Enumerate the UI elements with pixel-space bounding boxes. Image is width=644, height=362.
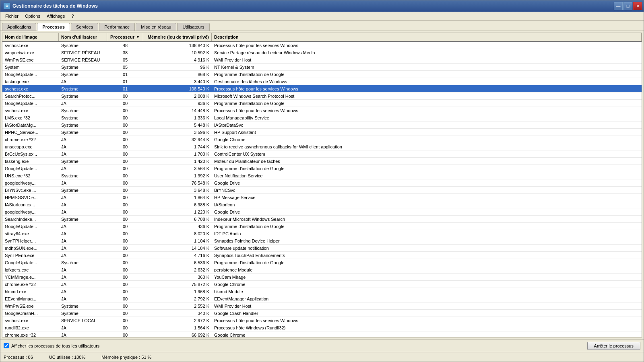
col-header-cpu[interactable]: Processeur ▼ [107, 33, 143, 41]
minimize-button[interactable]: — [614, 2, 623, 10]
menu-affichage[interactable]: Affichage [43, 13, 68, 19]
cell-name: svchost.exe [2, 85, 59, 92]
table-row[interactable]: UNS.exe *32 Système 00 1 992 K User Noti… [2, 172, 642, 179]
table-row[interactable]: GoogleUpdate... Système 00 6 536 K Progr… [2, 259, 642, 266]
table-row[interactable]: taskeng.exe Système 00 1 420 K Moteur du… [2, 158, 642, 165]
cell-desc: Google Chrome [212, 331, 642, 337]
table-row[interactable]: WmPrvSE.exe SERVICE RÉSEAU 05 4 916 K WM… [2, 56, 642, 64]
cell-cpu: 00 [107, 324, 143, 331]
table-row[interactable]: rundll32.exe JA 00 1 564 K Processus hôt… [2, 324, 642, 331]
table-body[interactable]: svchost.exe Système 48 138 840 K Process… [2, 42, 642, 337]
cell-cpu: 00 [107, 230, 143, 237]
table-row[interactable]: wmpnetwk.exe SERVICE RÉSEAU 38 10 592 K … [2, 49, 642, 56]
bottom-bar: Afficher les processus de tous les utili… [0, 339, 644, 352]
table-row[interactable]: IAStorIcon.ex... JA 00 6 988 K IAStorIco… [2, 201, 642, 208]
tab-applications[interactable]: Applications [2, 23, 36, 31]
table-row[interactable]: SynTPEnh.exe JA 00 4 716 K Synaptics Tou… [2, 252, 642, 259]
tab-processus[interactable]: Processus [37, 23, 70, 31]
table-row[interactable]: googledrivesy... JA 00 76 548 K Google D… [2, 179, 642, 187]
table-row[interactable]: IAStorDataMg... Système 00 5 448 K IASto… [2, 121, 642, 129]
cell-name: SynTPHelper.... [2, 237, 59, 244]
cell-name: googledrivesy... [2, 208, 59, 215]
tab-services[interactable]: Services [71, 23, 98, 31]
cell-desc: Software update notification [212, 245, 642, 251]
table-row[interactable]: chrome.exe *32 JA 00 66 692 K Google Chr… [2, 331, 642, 337]
table-row[interactable]: mdhpSUN.exe... JA 00 14 184 K Software u… [2, 245, 642, 252]
table-row[interactable]: YCMMirage.e... JA 00 360 K YouCam Mirage [2, 274, 642, 281]
table-row[interactable]: LMS.exe *32 Système 00 1 336 K Local Man… [2, 114, 642, 121]
table-row[interactable]: googledrivesy... JA 00 1 220 K Google Dr… [2, 208, 642, 216]
cell-mem: 1 336 K [143, 114, 212, 121]
cell-name: GoogleUpdate... [2, 100, 59, 107]
cell-user: JA [59, 78, 107, 85]
status-processes: Processus : 86 [4, 355, 33, 360]
window-title: Gestionnaire des tâches de Windows [12, 3, 98, 9]
table-row[interactable]: BrYNSvc.exe ... Système 00 3 648 K BrYNC… [2, 187, 642, 194]
cell-user: Système [59, 121, 107, 128]
menu-fichier[interactable]: Fichier [2, 13, 22, 19]
cell-name: GoogleCrashH... [2, 310, 59, 317]
cell-desc: Microsoft Windows Search Protocol Host [212, 93, 642, 99]
table-row[interactable]: SearchIndexe... Système 00 6 708 K Index… [2, 216, 642, 223]
table-scroll-wrapper: svchost.exe Système 48 138 840 K Process… [2, 42, 642, 337]
cell-user: Système [59, 71, 107, 78]
end-process-button[interactable]: Arrêter le processus [587, 342, 640, 350]
table-row[interactable]: GoogleCrashH... Système 00 340 K Google … [2, 310, 642, 317]
cell-mem: 1 992 K [143, 172, 212, 179]
menu-help[interactable]: ? [68, 13, 77, 19]
col-header-mem[interactable]: Mémoire (jeu de travail privé) [143, 33, 212, 41]
table-row[interactable]: HPHC_Service... Système 00 3 596 K HP Su… [2, 129, 642, 136]
tab-performance[interactable]: Performance [99, 23, 135, 31]
cell-desc: EEventManager Application [212, 295, 642, 302]
cell-mem: 8 020 K [143, 230, 212, 237]
col-header-name[interactable]: Nom de l'Image [2, 33, 59, 41]
cell-user: JA [59, 281, 107, 288]
status-cpu: UC utilisée : 100% [49, 355, 86, 360]
table-row[interactable]: BrCcUxSys.ex... JA 00 1 700 K ControlCen… [2, 150, 642, 158]
table-row[interactable]: EEventManag... JA 00 2 792 K EEventManag… [2, 295, 642, 302]
table-header: Nom de l'Image Nom d'utilisateur Process… [2, 33, 642, 42]
table-row[interactable]: HPMSGSVC.e... JA 00 1 864 K HP Message S… [2, 194, 642, 201]
table-row[interactable]: chrome.exe *32 JA 00 75 872 K Google Chr… [2, 281, 642, 288]
table-row[interactable]: System Système 05 96 K NT Kernel & Syste… [2, 64, 642, 71]
title-bar: ⚙ Gestionnaire des tâches de Windows — □… [0, 0, 644, 12]
cell-cpu: 00 [107, 252, 143, 259]
col-header-user[interactable]: Nom d'utilisateur [59, 33, 107, 41]
table-row[interactable]: GoogleUpdate... Système 01 868 K Program… [2, 71, 642, 78]
table-row[interactable]: igfxpers.exe JA 00 2 632 K persistence M… [2, 266, 642, 274]
table-row[interactable]: GoogleUpdate... JA 00 3 564 K Programme … [2, 165, 642, 172]
col-header-desc[interactable]: Description [212, 33, 642, 41]
tab-reseau[interactable]: Mise en réseau [136, 23, 176, 31]
table-row[interactable]: unsecapp.exe JA 00 1 744 K Sink to recei… [2, 143, 642, 150]
cell-user: Système [59, 302, 107, 309]
table-row[interactable]: sttray64.exe JA 00 8 020 K IDT PC Audio [2, 230, 642, 237]
table-row[interactable]: WmPrvSE.exe Système 00 2 552 K WMI Provi… [2, 302, 642, 310]
maximize-button[interactable]: □ [623, 2, 632, 10]
cell-mem: 4 916 K [143, 56, 212, 63]
cell-user: JA [59, 252, 107, 259]
table-row[interactable]: SynTPHelper.... JA 00 1 104 K Synaptics … [2, 237, 642, 245]
tab-utilisateurs[interactable]: Utilisateurs [177, 23, 209, 31]
table-row[interactable]: svchost.exe Système 00 14 448 K Processu… [2, 107, 642, 114]
table-row[interactable]: svchost.exe Système 48 138 840 K Process… [2, 42, 642, 49]
cell-cpu: 00 [107, 245, 143, 251]
table-row[interactable]: SearchProtoc... Système 00 2 008 K Micro… [2, 93, 642, 100]
menu-options[interactable]: Options [22, 13, 43, 19]
cell-name: EEventManag... [2, 295, 59, 302]
cell-desc: YouCam Mirage [212, 274, 642, 280]
table-row[interactable]: GoogleUpdate... JA 00 436 K Programme d'… [2, 223, 642, 230]
cell-name: taskeng.exe [2, 158, 59, 165]
show-all-label[interactable]: Afficher les processus de tous les utili… [4, 343, 99, 348]
table-row[interactable]: GoogleUpdate... JA 00 936 K Programme d'… [2, 100, 642, 107]
cell-mem: 1 864 K [143, 194, 212, 201]
cell-user: SERVICE RÉSEAU [59, 56, 107, 63]
show-all-checkbox[interactable] [4, 343, 9, 348]
table-row[interactable]: taskmgr.exe JA 01 3 440 K Gestionnaire d… [2, 78, 642, 85]
cell-cpu: 00 [107, 187, 143, 193]
cell-cpu: 00 [107, 331, 143, 337]
table-row[interactable]: svchost.exe Système 01 108 540 K Process… [2, 85, 642, 93]
close-button[interactable]: ✕ [633, 2, 642, 10]
table-row[interactable]: svchost.exe SERVICE LOCAL 00 2 972 K Pro… [2, 317, 642, 324]
table-row[interactable]: chrome.exe *32 JA 00 32 944 K Google Chr… [2, 136, 642, 143]
table-row[interactable]: hkcmd.exe JA 00 1 968 K hkcmd Module [2, 288, 642, 295]
